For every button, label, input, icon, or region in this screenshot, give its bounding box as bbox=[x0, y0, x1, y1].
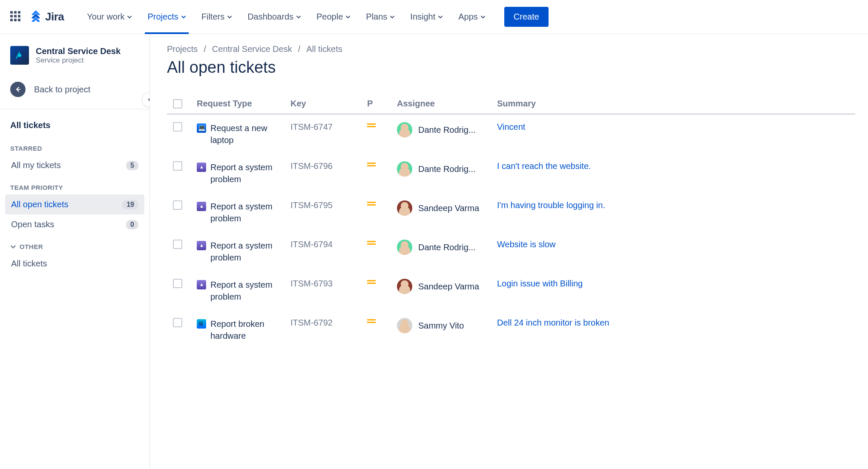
nav-item-insight[interactable]: Insight bbox=[402, 0, 451, 34]
laptop-icon bbox=[197, 123, 206, 133]
ticket-key[interactable]: ITSM-6795 bbox=[290, 200, 367, 210]
table-row: Report a system problem ITSM-6794 Dante … bbox=[167, 232, 855, 271]
priority-medium-icon bbox=[367, 161, 397, 169]
nav-item-filters[interactable]: Filters bbox=[194, 0, 240, 34]
hardware-icon bbox=[197, 319, 206, 329]
project-type: Service project bbox=[36, 56, 121, 65]
assignee-name: Dante Rodrig... bbox=[418, 164, 476, 174]
jira-logo[interactable]: Jira bbox=[29, 10, 64, 24]
ticket-summary-link[interactable]: Website is slow bbox=[497, 240, 855, 249]
queue-count-badge: 19 bbox=[122, 200, 138, 209]
svg-rect-12 bbox=[367, 322, 376, 323]
other-section-toggle[interactable]: OTHER bbox=[5, 234, 144, 254]
assignee-name: Sammy Vito bbox=[418, 321, 464, 331]
sidebar: Central Service Desk Service project Bac… bbox=[0, 34, 150, 469]
request-type-text: Report a system problem bbox=[210, 240, 283, 263]
queue-item[interactable]: All open tickets19 bbox=[5, 194, 144, 214]
svg-rect-5 bbox=[367, 202, 376, 203]
assignee-name: Sandeep Varma bbox=[418, 203, 479, 213]
ticket-key[interactable]: ITSM-6747 bbox=[290, 122, 367, 132]
nav-items: Your workProjectsFiltersDashboardsPeople… bbox=[79, 0, 493, 34]
system-icon bbox=[197, 163, 206, 172]
ticket-summary-link[interactable]: I can't reach the website. bbox=[497, 161, 855, 171]
nav-item-people[interactable]: People bbox=[309, 0, 358, 34]
assignee-name: Dante Rodrig... bbox=[418, 243, 476, 252]
request-type-text: Request a new laptop bbox=[210, 122, 283, 146]
table-row: Report a system problem ITSM-6795 Sandee… bbox=[167, 193, 855, 232]
chevron-down-icon bbox=[390, 14, 395, 20]
queue-item[interactable]: All tickets bbox=[5, 254, 144, 274]
divider bbox=[0, 109, 149, 109]
ticket-summary-link[interactable]: Dell 24 inch monitor is broken bbox=[497, 318, 855, 328]
avatar[interactable] bbox=[397, 122, 412, 137]
system-icon bbox=[197, 241, 206, 250]
chevron-down-icon bbox=[296, 14, 301, 20]
ticket-key[interactable]: ITSM-6796 bbox=[290, 161, 367, 171]
row-checkbox[interactable] bbox=[173, 240, 182, 249]
row-checkbox[interactable] bbox=[173, 318, 182, 327]
column-priority[interactable]: P bbox=[367, 99, 397, 109]
ticket-summary-link[interactable]: I'm having trouble logging in. bbox=[497, 200, 855, 210]
row-checkbox[interactable] bbox=[173, 200, 182, 210]
avatar[interactable] bbox=[397, 279, 412, 294]
back-to-project[interactable]: Back to project bbox=[5, 75, 144, 104]
avatar[interactable] bbox=[397, 318, 412, 333]
row-checkbox[interactable] bbox=[173, 279, 182, 288]
select-all-checkbox[interactable] bbox=[173, 99, 182, 109]
ticket-key[interactable]: ITSM-6793 bbox=[290, 279, 367, 289]
chevron-down-icon bbox=[438, 14, 443, 20]
nav-item-apps[interactable]: Apps bbox=[451, 0, 493, 34]
arrow-left-icon bbox=[10, 82, 26, 97]
column-request-type[interactable]: Request Type bbox=[197, 99, 290, 109]
chevron-down-icon bbox=[10, 244, 16, 250]
avatar[interactable] bbox=[397, 161, 412, 177]
ticket-summary-link[interactable]: Login issue with Billing bbox=[497, 279, 855, 289]
priority-medium-icon bbox=[367, 240, 397, 247]
svg-rect-10 bbox=[367, 283, 376, 284]
project-header[interactable]: Central Service Desk Service project bbox=[5, 46, 144, 75]
priority-medium-icon bbox=[367, 279, 397, 286]
column-key[interactable]: Key bbox=[290, 99, 367, 109]
page-title: All open tickets bbox=[167, 58, 855, 77]
breadcrumb-link[interactable]: All tickets bbox=[306, 44, 342, 54]
column-assignee[interactable]: Assignee bbox=[397, 99, 497, 109]
create-button[interactable]: Create bbox=[504, 7, 549, 27]
request-type-text: Report broken hardware bbox=[210, 318, 283, 342]
svg-rect-2 bbox=[367, 126, 376, 127]
nav-item-projects[interactable]: Projects bbox=[140, 0, 193, 34]
ticket-key[interactable]: ITSM-6794 bbox=[290, 240, 367, 249]
nav-item-your-work[interactable]: Your work bbox=[79, 0, 140, 34]
avatar[interactable] bbox=[397, 240, 412, 255]
breadcrumb: Projects / Central Service Desk / All ti… bbox=[167, 44, 855, 54]
ticket-summary-link[interactable]: Vincent bbox=[497, 122, 855, 132]
nav-item-plans[interactable]: Plans bbox=[358, 0, 402, 34]
row-checkbox[interactable] bbox=[173, 122, 182, 132]
svg-rect-11 bbox=[367, 319, 376, 320]
request-type-text: Report a system problem bbox=[210, 161, 283, 185]
breadcrumb-link[interactable]: Central Service Desk bbox=[212, 44, 292, 54]
svg-rect-1 bbox=[367, 123, 376, 125]
main-content: Projects / Central Service Desk / All ti… bbox=[150, 34, 868, 469]
request-type-text: Report a system problem bbox=[210, 279, 283, 303]
ticket-table: Request Type Key P Assignee Summary Requ… bbox=[167, 94, 855, 349]
priority-medium-icon bbox=[367, 122, 397, 130]
table-row: Report a system problem ITSM-6796 Dante … bbox=[167, 154, 855, 193]
breadcrumb-link[interactable]: Projects bbox=[167, 44, 198, 54]
system-icon bbox=[197, 280, 206, 289]
svg-rect-8 bbox=[367, 243, 376, 245]
chevron-down-icon bbox=[345, 14, 351, 20]
queue-item[interactable]: All my tickets5 bbox=[5, 155, 144, 175]
chevron-down-icon bbox=[181, 14, 186, 20]
chevron-down-icon bbox=[480, 14, 486, 20]
column-summary[interactable]: Summary bbox=[497, 99, 855, 109]
queue-item[interactable]: Open tasks0 bbox=[5, 214, 144, 234]
avatar[interactable] bbox=[397, 200, 412, 216]
chevron-left-icon bbox=[147, 97, 150, 102]
priority-medium-icon bbox=[367, 200, 397, 208]
app-switcher-icon[interactable] bbox=[10, 11, 22, 23]
svg-rect-6 bbox=[367, 204, 376, 206]
row-checkbox[interactable] bbox=[173, 161, 182, 171]
project-icon bbox=[10, 46, 29, 65]
nav-item-dashboards[interactable]: Dashboards bbox=[240, 0, 309, 34]
ticket-key[interactable]: ITSM-6792 bbox=[290, 318, 367, 328]
